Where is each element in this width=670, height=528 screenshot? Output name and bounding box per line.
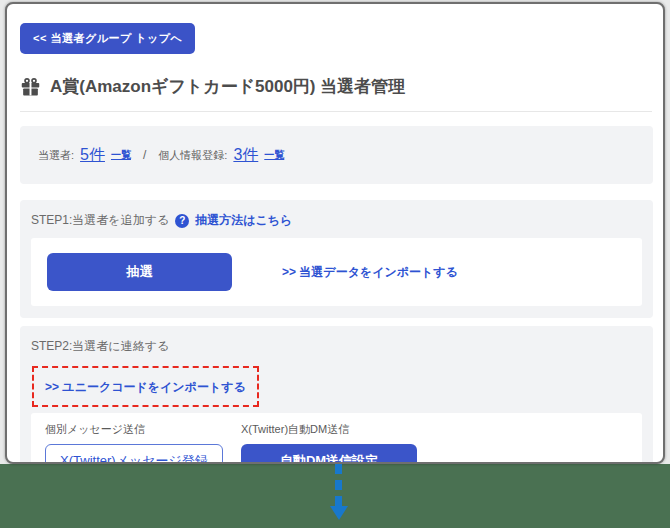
individual-message-label: 個別メッセージ送信 [45,422,223,437]
message-register-button[interactable]: X(Twitter)メッセージ登録 [45,444,223,464]
step2-label: STEP2:当選者に連絡する [31,338,169,355]
winners-label: 当選者: [38,148,74,163]
import-unique-code-link[interactable]: >> ユニークコードをインポートする [45,380,246,394]
personal-info-count-link[interactable]: 3件 [233,145,258,166]
step1-actions-box: 抽選 >> 当選データをインポートする [31,238,642,306]
step1-label: STEP1:当選者を追加する [31,212,169,229]
lottery-method-help-link[interactable]: 抽選方法はこちら [195,212,292,229]
auto-dm-settings-button[interactable]: 自動DM送信設定 [241,444,417,464]
personal-info-list-link[interactable]: 一覧 [264,148,284,162]
stats-separator: / [143,148,146,162]
down-arrow-head-icon [330,506,348,520]
personal-info-label: 個人情報登録: [158,148,227,163]
page: << 当選者グループ トップへ A賞( [0,0,670,528]
lottery-button[interactable]: 抽選 [47,253,232,291]
auto-dm-column: X(Twitter)自動DM送信 自動DM送信設定 [241,422,417,464]
unique-code-highlight-box: >> ユニークコードをインポートする [32,366,259,407]
back-to-winner-group-button[interactable]: << 当選者グループ トップへ [20,23,195,54]
page-title-text: A賞(Amazonギフトカード5000円) 当選者管理 [50,75,405,98]
step1-panel: STEP1:当選者を追加する ? 抽選方法はこちら 抽選 >> 当選データをイン… [20,200,653,318]
step2-panel: STEP2:当選者に連絡する >> ユニークコードをインポートする 個別メッセー… [20,326,653,464]
stats-summary-box: 当選者: 5件 一覧 / 個人情報登録: 3件 一覧 [20,126,653,184]
help-question-icon[interactable]: ? [175,214,189,228]
page-title: A賞(Amazonギフトカード5000円) 当選者管理 [20,75,653,98]
individual-message-column: 個別メッセージ送信 X(Twitter)メッセージ登録 [45,422,223,464]
heading-divider [20,111,652,112]
step2-message-box: 個別メッセージ送信 X(Twitter)メッセージ登録 X(Twitter)自動… [31,413,642,464]
auto-dm-label: X(Twitter)自動DM送信 [241,422,417,437]
import-winner-data-link[interactable]: >> 当選データをインポートする [282,264,458,281]
winners-list-link[interactable]: 一覧 [111,148,131,162]
winners-count-link[interactable]: 5件 [80,145,105,166]
down-arrow-shaft [335,464,342,506]
screenshot-background: << 当選者グループ トップへ A賞( [0,0,670,464]
winner-management-card: << 当選者グループ トップへ A賞( [5,2,665,464]
down-arrow-annotation [330,464,346,520]
gift-icon [20,76,41,97]
